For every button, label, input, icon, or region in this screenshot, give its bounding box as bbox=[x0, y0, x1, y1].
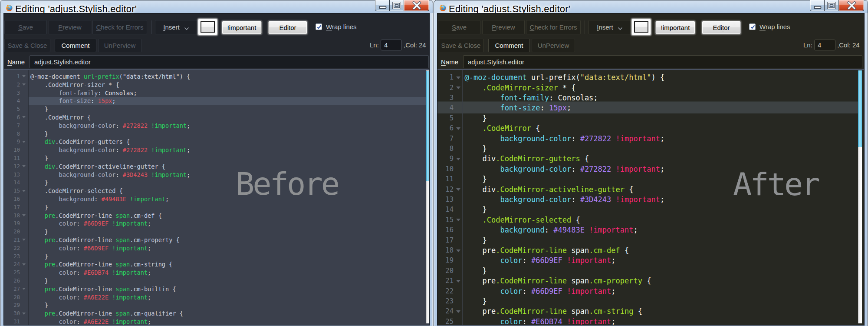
gutter-line-29: 29 bbox=[4, 301, 28, 309]
comment-button-label: Comment bbox=[495, 42, 523, 49]
checkmark-icon bbox=[316, 24, 322, 30]
save-and-close-button-label: Save & Close bbox=[8, 42, 47, 49]
editor-button[interactable]: Editor bbox=[702, 21, 741, 34]
scrollbar-thumb[interactable] bbox=[426, 71, 429, 181]
checkmark-icon bbox=[750, 24, 756, 30]
code-line-17: } bbox=[462, 236, 858, 246]
fold-arrow-icon[interactable] bbox=[22, 313, 26, 315]
check-for-errors-button[interactable]: Check for Errors bbox=[526, 20, 581, 34]
gutter-line-19: 19 bbox=[4, 220, 28, 228]
comment-button[interactable]: Comment bbox=[55, 39, 96, 52]
close-button[interactable] bbox=[838, 0, 864, 11]
code-line-18: pre.CodeMirror-line span.cm-def { bbox=[28, 212, 426, 220]
fold-arrow-icon[interactable] bbox=[456, 280, 460, 283]
fold-arrow-icon[interactable] bbox=[456, 188, 460, 191]
gutter-line-22: 22 bbox=[4, 244, 28, 253]
code-line-20: } bbox=[462, 266, 858, 276]
gutter-line-9: 9 bbox=[437, 154, 462, 164]
wrap-lines-checkbox[interactable] bbox=[749, 23, 756, 30]
fold-arrow-icon[interactable] bbox=[456, 310, 460, 313]
editor-code[interactable]: @-moz-document url-prefix("data:text/htm… bbox=[28, 73, 426, 325]
maximize-button[interactable] bbox=[825, 0, 838, 11]
gutter-line-4: 4 bbox=[4, 97, 28, 105]
fold-arrow-icon[interactable] bbox=[22, 141, 26, 143]
fold-arrow-icon[interactable] bbox=[456, 219, 460, 221]
code-line-22: color: #66D9EF !important; bbox=[28, 244, 426, 253]
gutter-line-15: 15 bbox=[4, 187, 28, 195]
line-number-input[interactable]: 4 bbox=[814, 40, 835, 50]
titlebar[interactable]: Editing 'adjust.Stylish.editor' bbox=[0, 0, 433, 13]
code-editor[interactable]: 1234567891011121314151617181920212223242… bbox=[4, 70, 429, 325]
wrap-lines-checkrow: Wrap lines bbox=[316, 23, 357, 30]
save-button[interactable]: Save bbox=[438, 20, 480, 34]
fold-arrow-icon[interactable] bbox=[456, 77, 460, 79]
code-line-1: @-moz-document url-prefix("data:text/htm… bbox=[462, 73, 858, 83]
fold-arrow-icon[interactable] bbox=[22, 75, 26, 77]
column-label: ,Col: 24 bbox=[404, 41, 426, 49]
unpreview-button[interactable]: UnPerview bbox=[98, 39, 141, 52]
fold-arrow-icon[interactable] bbox=[22, 214, 26, 216]
fold-arrow-icon[interactable] bbox=[456, 158, 460, 160]
minimize-button[interactable] bbox=[375, 0, 390, 11]
fold-arrow-icon[interactable] bbox=[22, 263, 26, 266]
editor-gutter: 1234567891011121314151617181920212223242… bbox=[4, 73, 28, 325]
save-and-close-button[interactable]: Save & Close bbox=[4, 39, 50, 52]
color-swatch-button[interactable] bbox=[632, 19, 651, 35]
gutter-line-23: 23 bbox=[437, 296, 462, 306]
scrollbar-thumb[interactable] bbox=[858, 70, 862, 147]
fold-arrow-icon[interactable] bbox=[22, 165, 26, 167]
titlebar[interactable]: Editing 'adjust.Stylish.editor' bbox=[434, 0, 868, 13]
maximize-button[interactable] bbox=[390, 0, 404, 11]
code-line-31: color: #A6E22E !important; bbox=[28, 318, 426, 325]
save-and-close-button[interactable]: Save & Close bbox=[438, 39, 484, 52]
gutter-line-23: 23 bbox=[4, 253, 28, 261]
gutter-line-26: 26 bbox=[4, 277, 28, 285]
code-line-24: pre.CodeMirror-line span.cm-string { bbox=[462, 306, 858, 316]
color-swatch-button[interactable] bbox=[198, 19, 217, 35]
important-button[interactable]: !important bbox=[655, 21, 695, 34]
preview-button[interactable]: Preview bbox=[49, 20, 91, 34]
gutter-line-3: 3 bbox=[437, 93, 462, 103]
minimize-button[interactable] bbox=[810, 0, 825, 11]
gutter-line-10: 10 bbox=[4, 146, 28, 154]
fold-arrow-icon[interactable] bbox=[22, 190, 26, 192]
wrap-lines-checkbox[interactable] bbox=[316, 23, 322, 30]
gutter-line-5: 5 bbox=[4, 105, 28, 113]
unpreview-button[interactable]: UnPerview bbox=[532, 39, 575, 52]
code-line-13: background-color: #3D4243 !important; bbox=[28, 171, 426, 179]
line-number-input[interactable]: 4 bbox=[381, 40, 402, 50]
name-label: Name bbox=[441, 58, 458, 66]
unpreview-button-label: UnPerview bbox=[538, 42, 569, 49]
fold-arrow-icon[interactable] bbox=[22, 239, 26, 241]
insert-dropdown[interactable]: Insert bbox=[589, 20, 631, 34]
close-button[interactable] bbox=[404, 0, 429, 11]
editor-gutter: 1234567891011121314151617181920212223242… bbox=[437, 73, 462, 325]
toolbar-separator bbox=[585, 20, 585, 34]
code-editor[interactable]: 1234567891011121314151617181920212223242… bbox=[437, 70, 864, 325]
important-button[interactable]: !important bbox=[222, 21, 262, 34]
fold-arrow-icon[interactable] bbox=[456, 127, 460, 130]
gutter-line-18: 18 bbox=[437, 246, 462, 256]
editor-button[interactable]: Editor bbox=[268, 21, 307, 34]
preview-button[interactable]: Preview bbox=[482, 20, 525, 34]
save-and-close-button-label: Save & Close bbox=[441, 42, 481, 49]
insert-dropdown[interactable]: Insert bbox=[155, 20, 197, 34]
fold-arrow-icon[interactable] bbox=[456, 86, 460, 89]
save-button[interactable]: Save bbox=[4, 20, 47, 34]
fold-arrow-icon[interactable] bbox=[22, 116, 26, 118]
gutter-line-10: 10 bbox=[437, 164, 462, 174]
code-line-16: background: #49483E !important; bbox=[28, 195, 426, 203]
fold-arrow-icon[interactable] bbox=[22, 288, 26, 290]
editor-vertical-scrollbar[interactable] bbox=[858, 70, 862, 323]
stage: Editing 'adjust.Stylish.editor'SavePrevi… bbox=[0, 0, 868, 326]
name-input[interactable]: adjust.Stylish.editor bbox=[30, 55, 429, 68]
editor-vertical-scrollbar[interactable] bbox=[426, 70, 429, 323]
check-for-errors-button[interactable]: Check for Errors bbox=[92, 20, 147, 34]
name-input[interactable]: adjust.Stylish.editor bbox=[463, 55, 862, 68]
comment-button[interactable]: Comment bbox=[488, 39, 530, 52]
fold-arrow-icon[interactable] bbox=[22, 83, 26, 86]
gutter-line-3: 3 bbox=[4, 89, 28, 97]
gutter-line-13: 13 bbox=[4, 171, 28, 179]
code-line-2: .CodeMirror-sizer * { bbox=[28, 81, 426, 89]
fold-arrow-icon[interactable] bbox=[456, 249, 460, 252]
